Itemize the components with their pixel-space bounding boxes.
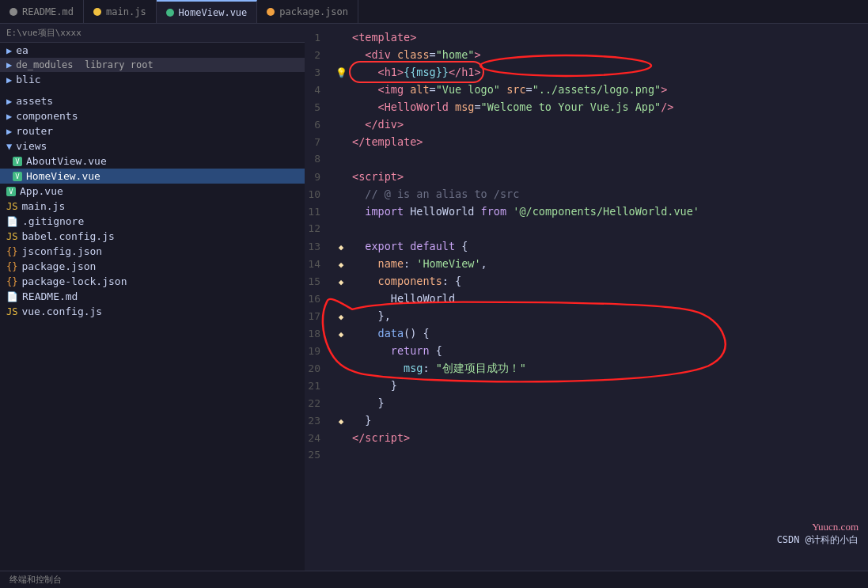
line-number-21: 21	[305, 377, 333, 395]
line-code-4: <img alt="Vue logo" src="../assets/logo.…	[349, 81, 868, 98]
watermark-url: Yuucn.com	[777, 521, 859, 533]
file-icon-gitignore: 📄	[6, 216, 18, 227]
code-line-23: 23◆ }	[305, 412, 868, 429]
code-line-7: 7</template>	[305, 133, 868, 150]
line-number-20: 20	[305, 360, 333, 377]
folder-icon: ▶	[6, 45, 12, 56]
line-code-6: </div>	[349, 116, 868, 133]
code-line-10: 10 // @ is an alias to /src	[305, 185, 868, 203]
line-code-19: return {	[349, 342, 868, 359]
lightbulb-icon[interactable]: 💡	[335, 67, 347, 78]
line-code-7: </template>	[349, 133, 868, 150]
code-line-15: 15◆ components: {	[305, 272, 868, 290]
sidebar-item-babelconfig[interactable]: JSbabel.config.js	[0, 229, 305, 244]
gutter-marker-13: ◆	[333, 239, 349, 256]
line-number-10: 10	[305, 186, 333, 203]
code-line-4: 4 <img alt="Vue logo" src="../assets/log…	[305, 81, 868, 98]
gutter-marker-17: ◆	[333, 309, 349, 326]
code-line-6: 6 </div>	[305, 116, 868, 133]
folder-icon-views: ▼	[6, 141, 12, 152]
tab-icon-readme	[9, 8, 17, 16]
code-line-9: 9<script>	[305, 168, 868, 185]
tab-label-homeview: HomeView.vue	[179, 7, 248, 18]
line-number-3: 3	[305, 64, 333, 82]
vue-icon-about: V	[13, 157, 22, 166]
main-layout: E:\vue项目\xxxx ▶ea ▶de_modules library ro…	[0, 24, 868, 571]
sidebar-item-jsconfig[interactable]: {}jsconfig.json	[0, 244, 305, 259]
sidebar-item-assets[interactable]: ▶assets	[0, 93, 305, 108]
line-number-9: 9	[305, 169, 333, 186]
sidebar: E:\vue项目\xxxx ▶ea ▶de_modules library ro…	[0, 24, 305, 571]
sidebar-path: E:\vue项目\xxxx	[0, 24, 305, 43]
code-line-25: 25	[305, 446, 868, 464]
sidebar-item-nodemodules[interactable]: ▶de_modules library root	[0, 58, 305, 72]
sidebar-item-aboutview[interactable]: VAboutView.vue	[0, 154, 305, 169]
code-line-3: 3💡 <h1>{{msg}}</h1>	[305, 63, 868, 81]
line-number-6: 6	[305, 116, 333, 134]
line-code-22: }	[349, 394, 868, 412]
terminal-label[interactable]: 终端和控制台	[9, 574, 62, 586]
line-code-9: <script>	[349, 168, 868, 185]
folder-icon-blic: ▶	[6, 74, 12, 85]
tab-packagejson[interactable]: package.json	[257, 0, 358, 23]
vue-icon-app: V	[6, 187, 16, 196]
gutter-marker-15: ◆	[333, 274, 349, 291]
file-icon-readme: 📄	[6, 291, 18, 302]
json-icon-jsconfig: {}	[6, 246, 17, 257]
sidebar-item-packagejson[interactable]: {}package.json	[0, 259, 305, 274]
code-line-14: 14◆ name: 'HomeView',	[305, 255, 868, 272]
line-code-24: </script>	[349, 429, 868, 446]
line-code-14: name: 'HomeView',	[349, 255, 868, 272]
line-code-17: },	[349, 307, 868, 324]
line-number-11: 11	[305, 203, 333, 221]
sidebar-item-components[interactable]: ▶components	[0, 108, 305, 123]
tab-mainjs[interactable]: main.js	[84, 0, 157, 23]
line-number-5: 5	[305, 99, 333, 116]
code-line-11: 11 import HelloWorld from '@/components/…	[305, 203, 868, 220]
js-icon-vueconfig: JS	[6, 306, 17, 317]
sidebar-item-router[interactable]: ▶router	[0, 123, 305, 138]
sidebar-item-ea[interactable]: ▶ea	[0, 43, 305, 58]
json-icon-package: {}	[6, 261, 17, 272]
line-number-24: 24	[305, 430, 333, 447]
sidebar-item-readme[interactable]: 📄README.md	[0, 289, 305, 304]
line-code-11: import HelloWorld from '@/components/Hel…	[349, 203, 868, 220]
code-line-18: 18◆ data() {	[305, 324, 868, 342]
folder-icon-router: ▶	[6, 126, 12, 137]
js-icon-babel: JS	[6, 231, 17, 242]
gutter-marker-14: ◆	[333, 256, 349, 274]
code-line-16: 16 HelloWorld	[305, 290, 868, 307]
folder-icon-assets: ▶	[6, 96, 12, 107]
sidebar-item-packagelockjson[interactable]: {}package-lock.json	[0, 274, 305, 289]
folder-icon-components: ▶	[6, 111, 12, 122]
line-code-15: components: {	[349, 272, 868, 290]
line-code-2: <div class="home">	[349, 46, 868, 63]
line-number-2: 2	[305, 47, 333, 64]
line-number-18: 18	[305, 325, 333, 343]
tab-homeview[interactable]: HomeView.vue	[157, 0, 258, 23]
gutter-marker-23: ◆	[333, 413, 349, 431]
line-number-23: 23	[305, 412, 333, 430]
code-line-1: 1<template>	[305, 28, 868, 46]
sidebar-item-homeview[interactable]: VHomeView.vue	[0, 169, 305, 184]
sidebar-item-blic[interactable]: ▶blic	[0, 72, 305, 87]
sidebar-item-gitignore[interactable]: 📄.gitignore	[0, 214, 305, 229]
tab-icon-homeview	[166, 9, 174, 17]
sidebar-item-vueconfig[interactable]: JSvue.config.js	[0, 304, 305, 319]
code-line-22: 22 }	[305, 394, 868, 412]
line-code-16: HelloWorld	[349, 290, 868, 307]
line-code-21: }	[349, 377, 868, 394]
code-line-12: 12	[305, 220, 868, 237]
sidebar-item-views[interactable]: ▼views	[0, 138, 305, 154]
line-number-1: 1	[305, 29, 333, 47]
sidebar-item-mainjs[interactable]: JSmain.js	[0, 199, 305, 214]
watermark-name: CSDN @计科的小白	[777, 533, 859, 547]
line-code-1: <template>	[349, 28, 868, 46]
tab-icon-packagejson	[267, 8, 275, 16]
tab-readme[interactable]: README.md	[0, 0, 84, 23]
code-line-19: 19 return {	[305, 342, 868, 359]
status-bar: 终端和控制台	[0, 571, 868, 588]
code-area: 1<template>2 <div class="home">3💡 <h1>{{…	[305, 24, 868, 571]
tab-label-mainjs: main.js	[106, 6, 146, 17]
sidebar-item-appvue[interactable]: VApp.vue	[0, 184, 305, 199]
